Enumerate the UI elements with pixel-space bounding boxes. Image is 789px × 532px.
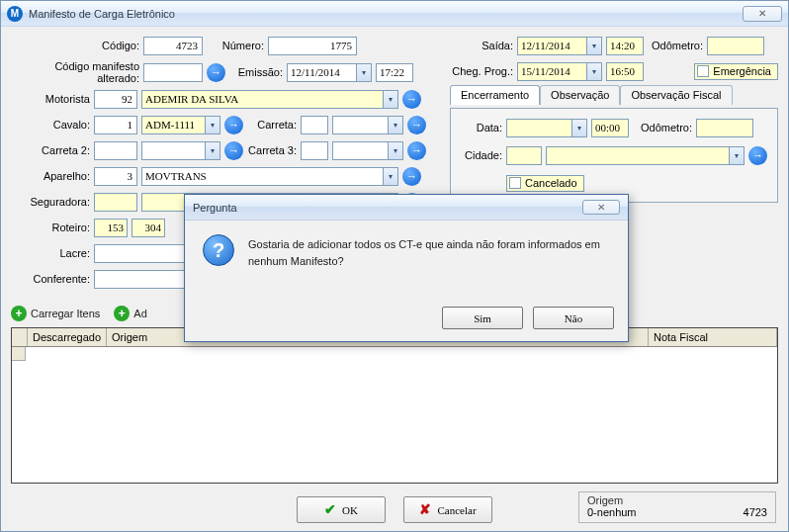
chevron-down-icon: ▾ bbox=[383, 91, 397, 108]
chevron-down-icon: ▾ bbox=[205, 117, 219, 133]
emissao-time-field[interactable] bbox=[376, 63, 413, 82]
aparelho-cod-field[interactable] bbox=[94, 167, 137, 186]
ok-button[interactable]: ✔ OK bbox=[297, 496, 386, 523]
carreta3-combo[interactable]: ▾ bbox=[332, 141, 403, 160]
carreta2-go-button[interactable]: → bbox=[224, 141, 243, 160]
dialog-yes-button[interactable]: Sim bbox=[442, 307, 523, 329]
enc-odometro-field[interactable] bbox=[696, 119, 753, 137]
dialog-message: Gostaria de adicionar todos os CT-e que … bbox=[248, 234, 612, 301]
label-saida: Saída: bbox=[450, 40, 513, 51]
label-numero: Número: bbox=[207, 40, 264, 51]
origin-text: 0-nenhum bbox=[587, 506, 637, 518]
numero-field[interactable] bbox=[268, 37, 357, 55]
cidade-go-button[interactable]: → bbox=[748, 146, 767, 165]
label-cidade: Cidade: bbox=[461, 149, 502, 161]
origin-panel: Origem 0-nenhum 4723 bbox=[578, 491, 776, 523]
codigo-field[interactable] bbox=[143, 37, 203, 55]
carreta-combo[interactable]: ▾ bbox=[332, 116, 403, 134]
seguradora-cod-field[interactable] bbox=[94, 193, 137, 212]
cancelado-checkbox[interactable]: Cancelado bbox=[506, 175, 584, 192]
plus-icon: + bbox=[114, 306, 130, 321]
tab-observacao[interactable]: Observação bbox=[540, 85, 620, 105]
grid-col-nota-fiscal[interactable]: Nota Fiscal bbox=[649, 328, 777, 346]
chevron-down-icon: ▾ bbox=[383, 168, 397, 185]
carreta2-combo[interactable]: ▾ bbox=[141, 141, 220, 160]
aparelho-go-button[interactable]: → bbox=[402, 167, 421, 186]
cidade-cod-field[interactable] bbox=[506, 146, 542, 165]
dialog-close-button[interactable]: ✕ bbox=[582, 200, 620, 215]
cavalo-cod-field[interactable] bbox=[94, 116, 137, 134]
grid-body[interactable] bbox=[12, 347, 777, 483]
label-data: Data: bbox=[461, 122, 502, 133]
check-icon: ✔ bbox=[324, 501, 336, 518]
label-codigo: Código: bbox=[11, 40, 139, 51]
question-icon: ? bbox=[203, 234, 234, 266]
odometro-field[interactable] bbox=[707, 37, 764, 55]
chevron-down-icon: ▾ bbox=[729, 147, 744, 164]
codigo-alt-field[interactable] bbox=[143, 63, 203, 82]
carreta3-go-button[interactable]: → bbox=[407, 141, 426, 160]
tab-obs-fiscal[interactable]: Observação Fiscal bbox=[620, 85, 732, 105]
origin-number: 4723 bbox=[744, 506, 767, 518]
carreta2-cod-field[interactable] bbox=[94, 141, 137, 160]
label-odometro: Odômetro: bbox=[648, 40, 703, 51]
motorista-cod-field[interactable] bbox=[94, 90, 137, 109]
label-cavalo: Cavalo: bbox=[11, 119, 90, 131]
chevron-down-icon: ▾ bbox=[586, 63, 601, 80]
adicionar-button[interactable]: + Ad bbox=[114, 306, 146, 321]
cheg-time-field[interactable] bbox=[606, 62, 644, 81]
grid-row-selector bbox=[12, 328, 28, 346]
carreta-cod-field[interactable] bbox=[301, 116, 328, 134]
label-lacre: Lacre: bbox=[11, 247, 90, 259]
chevron-down-icon: ▾ bbox=[586, 38, 601, 54]
enc-time-field[interactable] bbox=[591, 119, 629, 137]
main-window: M Manifesto de Carga Eletrônico ✕ Código… bbox=[0, 0, 789, 532]
aparelho-combo[interactable]: MOVTRANS▾ bbox=[141, 167, 398, 186]
label-aparelho: Aparelho: bbox=[11, 170, 90, 182]
carreta-go-button[interactable]: → bbox=[407, 116, 426, 134]
saida-time-field[interactable] bbox=[606, 37, 644, 55]
lacre-field[interactable] bbox=[94, 244, 187, 263]
motorista-go-button[interactable]: → bbox=[402, 90, 421, 109]
label-roteiro: Roteiro: bbox=[11, 222, 90, 233]
cancel-button[interactable]: ✘ Cancelar bbox=[403, 496, 492, 523]
plus-icon: + bbox=[11, 306, 27, 321]
cheg-date-combo[interactable]: 15/11/2014▾ bbox=[517, 62, 602, 81]
emergencia-checkbox[interactable]: Emergência bbox=[694, 63, 778, 80]
dialog-title: Pergunta bbox=[193, 202, 582, 214]
enc-date-combo[interactable]: ▾ bbox=[506, 119, 587, 137]
x-icon: ✘ bbox=[419, 501, 431, 518]
roteiro2-field[interactable] bbox=[132, 219, 165, 237]
cidade-combo[interactable]: ▾ bbox=[546, 146, 745, 165]
codigo-alt-go-button[interactable]: → bbox=[207, 63, 225, 82]
carreta3-cod-field[interactable] bbox=[301, 141, 328, 160]
tab-encerramento[interactable]: Encerramento bbox=[450, 85, 540, 105]
motorista-combo[interactable]: ADEMIR DA SILVA▾ bbox=[141, 90, 398, 109]
window-title: Manifesto de Carga Eletrônico bbox=[29, 8, 743, 20]
chevron-down-icon: ▾ bbox=[205, 142, 219, 159]
chevron-down-icon: ▾ bbox=[388, 142, 402, 159]
label-seguradora: Seguradora: bbox=[11, 196, 90, 208]
chevron-down-icon: ▾ bbox=[571, 120, 586, 136]
label-carreta3: Carreta 3: bbox=[247, 144, 297, 156]
dialog-no-button[interactable]: Não bbox=[533, 307, 614, 329]
saida-date-combo[interactable]: 12/11/2014▾ bbox=[517, 37, 602, 55]
label-codigo-alt: Código manifesto alterado: bbox=[11, 60, 139, 84]
label-motorista: Motorista bbox=[11, 93, 90, 105]
label-emissao: Emissão: bbox=[229, 66, 283, 78]
label-conferente: Conferente: bbox=[11, 273, 90, 285]
cavalo-go-button[interactable]: → bbox=[224, 116, 243, 134]
conferente-field[interactable] bbox=[94, 270, 187, 289]
emissao-date-combo[interactable]: 12/11/2014▾ bbox=[287, 63, 372, 82]
origin-label: Origem bbox=[587, 494, 767, 506]
roteiro1-field[interactable] bbox=[94, 219, 128, 237]
app-icon: M bbox=[7, 6, 23, 22]
titlebar: M Manifesto de Carga Eletrônico ✕ bbox=[1, 1, 788, 27]
label-cheg: Cheg. Prog.: bbox=[450, 65, 513, 77]
items-grid[interactable]: Descarregado Origem Nota Fiscal bbox=[11, 327, 778, 484]
carregar-itens-button[interactable]: + Carregar Itens bbox=[11, 306, 100, 321]
close-button[interactable]: ✕ bbox=[743, 6, 782, 22]
grid-col-descarregado[interactable]: Descarregado bbox=[28, 328, 107, 346]
cavalo-plate-combo[interactable]: ADM-1111▾ bbox=[141, 116, 220, 134]
grid-row-marker bbox=[12, 347, 26, 361]
